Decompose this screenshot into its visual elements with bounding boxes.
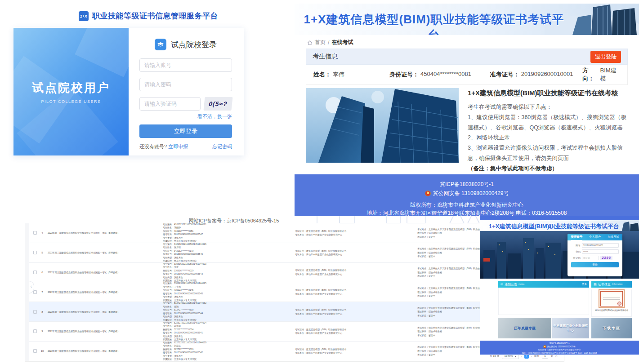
captcha-image[interactable]: 0(5≈? [203, 97, 232, 111]
mini-account-input[interactable] [582, 243, 619, 248]
tab-online-exam[interactable]: 在线考试 [608, 234, 619, 240]
forgot-password-link[interactable]: 忘记密码 [212, 143, 232, 150]
exam-certificate: 考试证书：建筑信息模型（BIM）职业技能等级证书 [295, 289, 346, 291]
envelope-icon: ✉ [500, 283, 503, 286]
police-badge-icon [425, 191, 431, 196]
breadcrumb-home[interactable]: 首页 [315, 39, 326, 46]
login-form-title: 试点院校登录 [171, 40, 217, 50]
candidate-name-field: 姓名： 李伟 [313, 71, 389, 79]
row-checkbox[interactable] [33, 251, 37, 254]
intro-line: 2、网络环境正常 [468, 133, 628, 143]
tab-personal-user[interactable]: 个人用户 [589, 234, 601, 240]
logout-button[interactable]: 退出登陆 [590, 51, 621, 63]
candidate-name: 考生姓名：冯丽静 [163, 226, 181, 229]
candidate-no: 考生编号：52232720211605021451944624 [163, 321, 206, 324]
candidate-no: 考生编号：73022320211605021451944625 [163, 282, 206, 284]
candidate-regno: 报考证号：00133004000000000003543 [163, 272, 203, 275]
captcha-input[interactable] [139, 97, 201, 111]
row-number: 5 [37, 251, 48, 254]
mini-captcha-input[interactable] [582, 256, 599, 260]
row-checkbox[interactable] [33, 310, 37, 314]
row-checkbox[interactable] [33, 349, 37, 353]
home-icon [307, 40, 313, 45]
candidate-idcard-field: 身份证号： 450404********0081 [389, 71, 490, 79]
screenshot-canvas: 1+X 职业技能等级证书信息管理服务平台 试点院校用户 PILOT COLLEG… [0, 0, 639, 364]
certificate-info: 考试证书：建筑信息模型（BIM）职业技能等级证书 考试单位：廊坊市中科建筑产业化… [295, 268, 407, 276]
password-input[interactable] [139, 78, 232, 91]
prev-page-button[interactable]: ‹ [521, 355, 522, 358]
row-number: 6 [37, 271, 48, 274]
candidate-type: 考生类型：演练考生 [163, 335, 183, 337]
exam-name: 2022年第三期建筑信息模型职业技能等级证书全国统一考试（BIM建模） [48, 311, 161, 313]
refresh-icon[interactable]: ⟳ [555, 355, 558, 358]
banner-research-center[interactable]: 中科建筑产业化创新研究中心 [552, 318, 589, 338]
candidate-college: 所属院校：北京科技大学天津学院 [163, 259, 197, 262]
footer-police: 冀公网安备 13109802000429号 [433, 189, 509, 197]
candidate-panel-title: 考生信息 [313, 53, 338, 61]
candidate-idcard: 身份证号：410102********0051 [163, 230, 193, 232]
row-number: 9 [37, 330, 48, 333]
exam-name: 2022年第三期建筑信息模型职业技能等级证书全国统一考试（BIM建模） [48, 231, 161, 234]
tab-admin-account[interactable]: 管理账号 [571, 234, 582, 240]
pass-condition: 通过条件：综合成绩合格 [417, 310, 442, 313]
certificate-info: 考试证书：建筑信息模型（BIM）职业技能等级证书 考试单位：廊坊市中科建筑产业化… [295, 347, 407, 355]
apply-now-link[interactable]: 立即申报 [168, 144, 188, 149]
exam-name: 2022年第三期建筑信息模型职业技能等级证书全国统一考试（BIM建模） [48, 271, 161, 274]
pass-condition: 通过条件：综合成绩合格 [417, 251, 442, 254]
notice-more-link[interactable]: 更多 [582, 283, 587, 286]
candidate-detail: 考生编号：52232720211605021451944624 考生姓名：马泽成… [163, 321, 275, 342]
exam-name: 2022年第三期建筑信息模型职业技能等级证书全国统一考试（BIM建模） [48, 350, 161, 352]
mini-platform-title: 1+X建筑信息模型(BIM)职业技能等级证书考试平台 [480, 222, 628, 231]
mini-footer-icp: 冀ICP备18038020号-1 [480, 342, 639, 345]
banner-download-zone[interactable]: 下载专区 [591, 318, 632, 338]
exam-name: 2022年第三期建筑信息模型职业技能等级证书全国统一考试（BIM建模） [48, 251, 161, 254]
exam-certificate: 考试证书：建筑信息模型（BIM）职业技能等级证书 [295, 348, 346, 351]
certificate-info: 考试证书：建筑信息模型（BIM）职业技能等级证书 考试单位：廊坊市中科建筑产业化… [295, 249, 407, 257]
candidate-regno: 报考证号：00133004000000000003544 [163, 312, 203, 315]
candidate-type: 考生类型：演练考生 [163, 355, 183, 357]
notice-panel-suffix: /notice [518, 283, 524, 285]
candidate-detail: 考生编号：51242720211605021451944632 考生姓名：徐翔 … [163, 302, 275, 322]
row-checkbox[interactable] [33, 231, 37, 235]
certificate-thumbnail[interactable] [599, 289, 625, 308]
skyscraper-photo [306, 88, 459, 163]
mini-captcha-image[interactable]: 2393 [600, 256, 612, 260]
exam-certificate: 考试证书：建筑信息模型（BIM）职业技能等级证书 [295, 328, 346, 331]
mini-account-label: 账号 [571, 244, 581, 247]
mini-password-input[interactable] [582, 249, 619, 254]
candidate-regno: 报考证号：00133004000000000003542 [163, 351, 203, 354]
candidate-name: 考生姓名：沈琴 [163, 266, 179, 268]
graduation-cap-icon [155, 39, 166, 50]
candidate-detail: 考生编号：33061620211605021451944623 考生姓名：沈琴 … [163, 262, 275, 283]
candidate-idcard: 身份证号：730223********2145 [163, 289, 193, 291]
candidate-idcard: 身份证号：512427********4600 [163, 308, 193, 311]
exam-certificate: 考试证书：建筑信息模型（BIM）职业技能等级证书 [295, 308, 346, 311]
exam-org: 考试单位：廊坊市中科建筑产业化创新研究中心 [295, 233, 342, 236]
login-page-title: 职业技能等级证书信息管理服务平台 [92, 11, 218, 21]
row-checkbox[interactable] [33, 329, 37, 333]
candidate-regno: 报考证号：00133004000000000003545 [163, 292, 203, 295]
certificate-info: 考试证书：建筑信息模型（BIM）职业技能等级证书 考试单位：廊坊市中科建筑产业化… [295, 229, 407, 237]
candidate-no: 考生编号：62272220211605021451944629 [163, 341, 206, 344]
mini-login-card: 管理账号 个人用户 在线考试 账号 密码 验证码 [568, 234, 622, 276]
next-page-button[interactable]: › [531, 355, 532, 358]
candidate-type: 考生类型：演练考生 [163, 256, 183, 259]
pass-condition: 通过条件：综合成绩合格 [417, 291, 442, 293]
brand-panel-title: 试点院校用户 [32, 80, 110, 96]
certificate-info: 考试证书：建筑信息模型（BIM）职业技能等级证书 考试单位：廊坊市中科建筑产业化… [295, 328, 407, 335]
candidate-type: 考生类型：演练考生 [163, 276, 183, 279]
row-number: 8 [37, 311, 48, 313]
candidate-type: 考生类型：演练考生 [163, 315, 183, 318]
exam-certificate: 考试证书：建筑信息模型（BIM）职业技能等级证书 [295, 269, 346, 271]
login-button[interactable]: 立即登录 [139, 124, 232, 138]
banner-past-exam-papers[interactable]: 历年真题专题 [498, 318, 551, 338]
candidate-regno: 报考证号：00133004000000000003546 [163, 253, 203, 255]
pass-condition: 通过条件：综合成绩合格 [417, 330, 442, 333]
row-checkbox[interactable] [33, 290, 37, 294]
candidate-admission-field: 准考证号： 2019092600010001 [490, 71, 582, 79]
candidate-name: 考生姓名：王宇腾 [163, 285, 181, 288]
captcha-refresh-link[interactable]: 看不清，换一张 [139, 113, 232, 120]
account-input[interactable] [139, 58, 232, 72]
mini-login-button[interactable]: 登录 [571, 262, 619, 267]
row-checkbox[interactable] [33, 271, 37, 274]
